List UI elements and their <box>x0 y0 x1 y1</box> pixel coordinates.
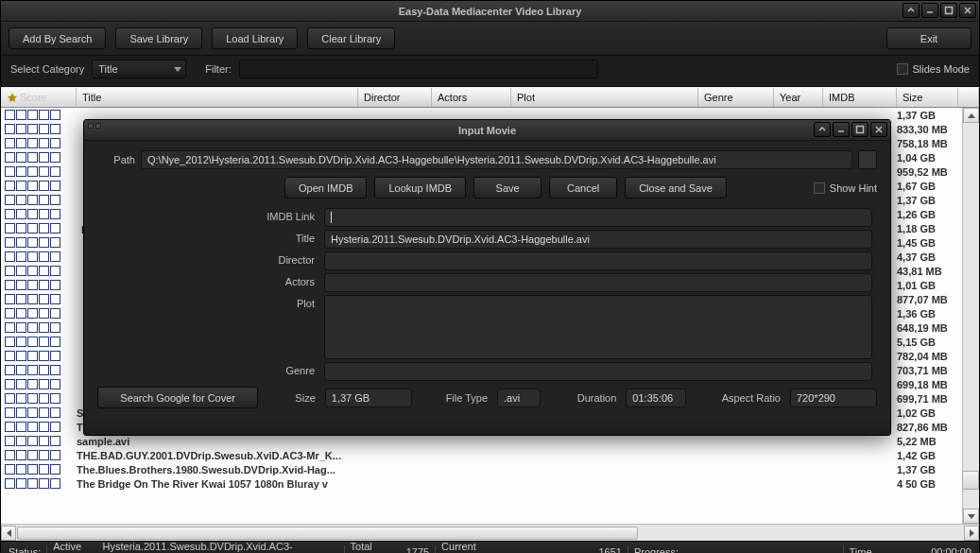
scroll-left-icon[interactable] <box>1 526 16 541</box>
rating-star[interactable] <box>5 379 15 389</box>
rating-star[interactable] <box>39 152 49 163</box>
rating-star[interactable] <box>5 393 15 404</box>
table-row[interactable]: sample.avi5,22 MB <box>1 434 962 448</box>
slides-mode-checkbox[interactable] <box>897 63 908 75</box>
col-score[interactable]: Score <box>1 88 77 107</box>
rating-star[interactable] <box>5 365 15 375</box>
save-library-button[interactable]: Save Library <box>115 27 202 49</box>
rating-star[interactable] <box>27 266 38 276</box>
col-size[interactable]: Size <box>897 88 958 107</box>
rating-star[interactable] <box>5 322 15 333</box>
rating-star[interactable] <box>16 181 26 191</box>
rating-star[interactable] <box>16 237 26 248</box>
rating-star[interactable] <box>5 351 15 361</box>
search-google-cover-button[interactable]: Search Google for Cover <box>97 387 258 408</box>
col-genre[interactable]: Genre <box>698 88 774 107</box>
rating-star[interactable] <box>50 223 60 233</box>
rating-star[interactable] <box>39 181 49 191</box>
rating-star[interactable] <box>16 110 26 120</box>
rating-star[interactable] <box>27 365 38 375</box>
rating-star[interactable] <box>39 379 49 389</box>
table-row[interactable]: The Bridge On The River Kwai 1057 1080n … <box>1 476 962 491</box>
rating-star[interactable] <box>5 124 15 134</box>
category-select[interactable]: Title <box>92 60 186 78</box>
lookup-imdb-button[interactable]: Lookup IMDB <box>374 177 466 199</box>
rating-star[interactable] <box>27 152 38 163</box>
load-library-button[interactable]: Load Library <box>212 27 298 49</box>
rating-star[interactable] <box>39 450 49 460</box>
rating-star[interactable] <box>39 195 49 205</box>
rating-star[interactable] <box>16 266 26 276</box>
restore-up-icon[interactable] <box>903 3 920 18</box>
rating-star[interactable] <box>39 280 49 290</box>
rating-star[interactable] <box>16 393 26 404</box>
minimize-icon[interactable] <box>921 3 938 18</box>
rating-star[interactable] <box>5 450 15 460</box>
modal-restore-up-icon[interactable] <box>814 122 831 137</box>
col-actors[interactable]: Actors <box>432 88 511 107</box>
rating-star[interactable] <box>50 337 60 347</box>
rating-star[interactable] <box>5 223 15 233</box>
rating-star[interactable] <box>27 379 38 389</box>
rating-star[interactable] <box>16 379 26 389</box>
rating-star[interactable] <box>50 393 60 404</box>
modal-close-icon[interactable] <box>870 122 887 137</box>
rating-star[interactable] <box>39 322 49 333</box>
rating-star[interactable] <box>50 266 60 276</box>
genre-input[interactable] <box>324 362 872 381</box>
rating-star[interactable] <box>16 294 26 304</box>
rating-star[interactable] <box>27 251 38 262</box>
rating-star[interactable] <box>5 407 15 418</box>
rating-star[interactable] <box>5 166 15 177</box>
rating-star[interactable] <box>50 166 60 177</box>
rating-star[interactable] <box>5 266 15 276</box>
rating-star[interactable] <box>39 251 49 262</box>
rating-star[interactable] <box>16 251 26 262</box>
rating-star[interactable] <box>39 138 49 148</box>
rating-star[interactable] <box>50 181 60 191</box>
open-imdb-button[interactable]: Open IMDB <box>284 177 367 199</box>
rating-star[interactable] <box>5 280 15 290</box>
rating-star[interactable] <box>50 209 60 219</box>
rating-star[interactable] <box>50 407 60 418</box>
rating-star[interactable] <box>5 209 15 219</box>
filetype-input[interactable] <box>497 389 541 407</box>
rating-star[interactable] <box>27 280 38 290</box>
col-year[interactable]: Year <box>774 88 823 107</box>
rating-star[interactable] <box>5 110 15 120</box>
rating-star[interactable] <box>5 181 15 191</box>
filter-input[interactable] <box>239 60 598 78</box>
rating-star[interactable] <box>16 138 26 148</box>
rating-star[interactable] <box>50 464 60 475</box>
hscroll-thumb[interactable] <box>17 527 638 540</box>
col-title[interactable]: Title <box>77 88 358 107</box>
rating-star[interactable] <box>5 436 15 446</box>
col-director[interactable]: Director <box>358 88 432 107</box>
duration-input[interactable] <box>626 389 686 407</box>
col-imdb[interactable]: IMDB <box>823 88 897 107</box>
modal-cancel-button[interactable]: Cancel <box>549 177 617 199</box>
rating-star[interactable] <box>50 450 60 460</box>
path-browse-button[interactable] <box>858 150 877 169</box>
rating-star[interactable] <box>27 195 38 205</box>
path-input[interactable] <box>141 150 852 169</box>
rating-star[interactable] <box>50 110 60 120</box>
rating-star[interactable] <box>5 195 15 205</box>
rating-star[interactable] <box>5 294 15 304</box>
rating-star[interactable] <box>27 450 38 460</box>
rating-star[interactable] <box>27 124 38 134</box>
show-hint-checkbox[interactable] <box>814 182 825 194</box>
rating-star[interactable] <box>16 322 26 333</box>
rating-star[interactable] <box>39 237 49 248</box>
rating-star[interactable] <box>50 280 60 290</box>
rating-star[interactable] <box>5 237 15 248</box>
rating-star[interactable] <box>27 478 38 489</box>
rating-star[interactable] <box>39 337 49 347</box>
rating-star[interactable] <box>27 393 38 404</box>
rating-star[interactable] <box>27 436 38 446</box>
add-by-search-button[interactable]: Add By Search <box>9 27 106 49</box>
title-input[interactable] <box>324 230 872 249</box>
rating-star[interactable] <box>16 166 26 177</box>
rating-star[interactable] <box>5 464 15 475</box>
size-input[interactable] <box>325 389 412 407</box>
